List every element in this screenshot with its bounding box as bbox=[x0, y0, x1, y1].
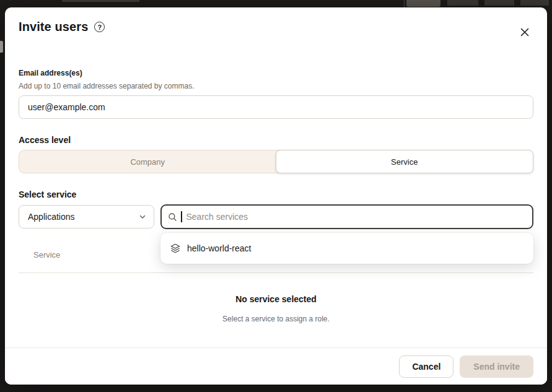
modal-title: Invite users bbox=[19, 20, 88, 34]
modal-header: Invite users ? bbox=[5, 7, 547, 34]
background-nav-button bbox=[520, 0, 549, 6]
email-input[interactable] bbox=[19, 95, 533, 119]
service-category-dropdown[interactable]: Applications bbox=[19, 205, 154, 229]
chevron-down-icon bbox=[139, 213, 146, 220]
invite-users-modal: Invite users ? Email address(es) Add up … bbox=[5, 7, 547, 385]
service-category-value: Applications bbox=[28, 212, 75, 222]
select-service-label: Select service bbox=[19, 189, 533, 199]
text-cursor bbox=[181, 211, 182, 222]
email-hint: Add up to 10 email addresses separated b… bbox=[19, 82, 533, 90]
email-section: Email address(es) Add up to 10 email add… bbox=[19, 69, 533, 119]
service-search-input[interactable] bbox=[186, 206, 527, 228]
access-option-company[interactable]: Company bbox=[19, 150, 276, 173]
help-icon[interactable]: ? bbox=[94, 22, 105, 32]
modal-footer: Cancel Send invite bbox=[5, 347, 547, 385]
access-level-toggle: Company Service bbox=[19, 150, 533, 173]
cancel-button[interactable]: Cancel bbox=[399, 355, 453, 378]
background-nav-button bbox=[406, 0, 440, 7]
service-search-field[interactable] bbox=[160, 204, 533, 229]
search-result-item[interactable]: hello-world-react bbox=[163, 235, 531, 261]
empty-state-subtitle: Select a service to assign a role. bbox=[19, 315, 533, 323]
background-nav-remnant bbox=[62, 0, 139, 2]
background-text-remnant bbox=[0, 41, 3, 53]
service-picker-row: Applications bbox=[19, 204, 533, 229]
search-icon bbox=[168, 212, 177, 222]
background-nav-button bbox=[484, 0, 514, 6]
background-nav-button bbox=[447, 0, 478, 6]
email-label: Email address(es) bbox=[19, 69, 533, 77]
access-level-label: Access level bbox=[19, 135, 533, 145]
access-option-service[interactable]: Service bbox=[276, 150, 534, 173]
empty-state-title: No service selected bbox=[19, 294, 533, 304]
title-row: Invite users ? bbox=[19, 20, 105, 34]
search-result-label: hello-world-react bbox=[187, 243, 251, 253]
background-nav-separator bbox=[404, 0, 405, 7]
modal-body: Email address(es) Add up to 10 email add… bbox=[5, 69, 547, 323]
close-icon[interactable] bbox=[517, 25, 532, 40]
send-invite-button[interactable]: Send invite bbox=[460, 355, 533, 378]
layers-icon bbox=[170, 243, 180, 253]
search-results-panel: hello-world-react bbox=[160, 233, 533, 264]
table-divider bbox=[19, 272, 533, 273]
